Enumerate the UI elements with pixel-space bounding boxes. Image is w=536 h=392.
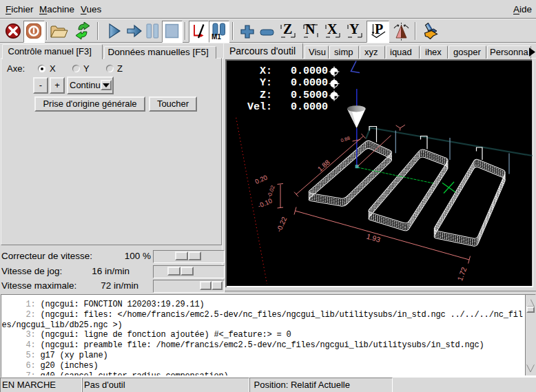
svg-text:M1: M1 <box>212 33 221 40</box>
svg-text:0.0000: 0.0000 <box>291 65 328 77</box>
svg-text:X:: X: <box>260 65 272 77</box>
svg-text:0.5000: 0.5000 <box>291 90 328 101</box>
svg-text:Y:: Y: <box>260 77 272 89</box>
svg-text:0.0000: 0.0000 <box>291 101 328 113</box>
svg-text:Z:: Z: <box>260 90 272 101</box>
svg-text:Vel:: Vel: <box>247 101 272 113</box>
svg-text:0.0000: 0.0000 <box>291 77 328 89</box>
